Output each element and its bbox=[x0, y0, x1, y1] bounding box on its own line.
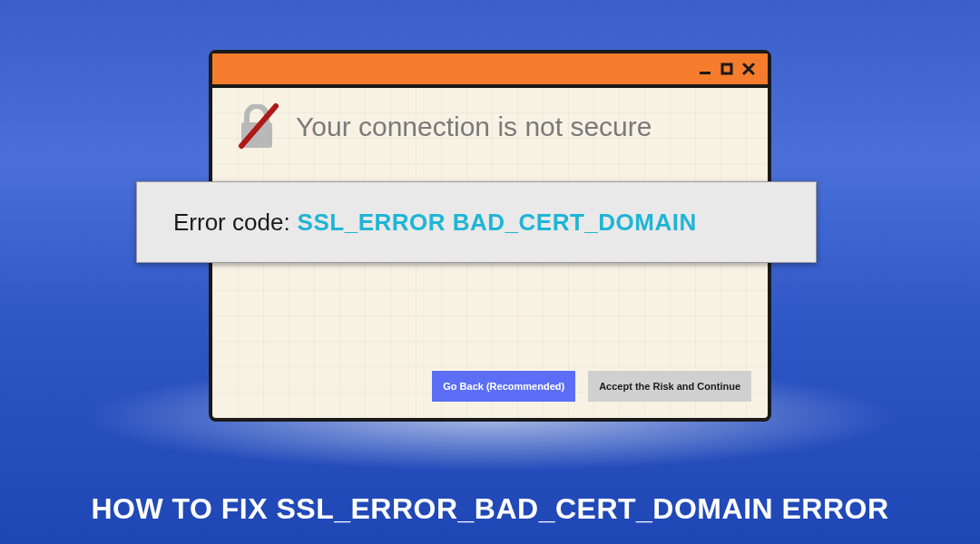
maximize-icon[interactable] bbox=[720, 63, 733, 75]
svg-rect-0 bbox=[700, 72, 710, 74]
svg-line-3 bbox=[241, 106, 276, 146]
titlebar bbox=[212, 53, 768, 88]
error-code-box: Error code: SSL_ERROR BAD_CERT_DOMAIN bbox=[136, 181, 817, 263]
svg-rect-1 bbox=[722, 64, 731, 73]
accept-risk-button[interactable]: Accept the Risk and Continue bbox=[588, 371, 751, 402]
insecure-lock-icon bbox=[238, 104, 276, 150]
headline-text: Your connection is not secure bbox=[296, 112, 652, 142]
error-label: Error code: bbox=[173, 209, 290, 237]
error-code-value: SSL_ERROR BAD_CERT_DOMAIN bbox=[298, 209, 697, 237]
close-icon[interactable] bbox=[742, 63, 755, 75]
minimize-icon[interactable] bbox=[699, 63, 711, 75]
action-buttons: Go Back (Recommended) Accept the Risk an… bbox=[432, 371, 751, 402]
go-back-button[interactable]: Go Back (Recommended) bbox=[432, 371, 575, 402]
page-caption: HOW TO FIX SSL_ERROR_BAD_CERT_DOMAIN ERR… bbox=[0, 492, 980, 526]
window-content: Your connection is not secure bbox=[212, 88, 768, 150]
